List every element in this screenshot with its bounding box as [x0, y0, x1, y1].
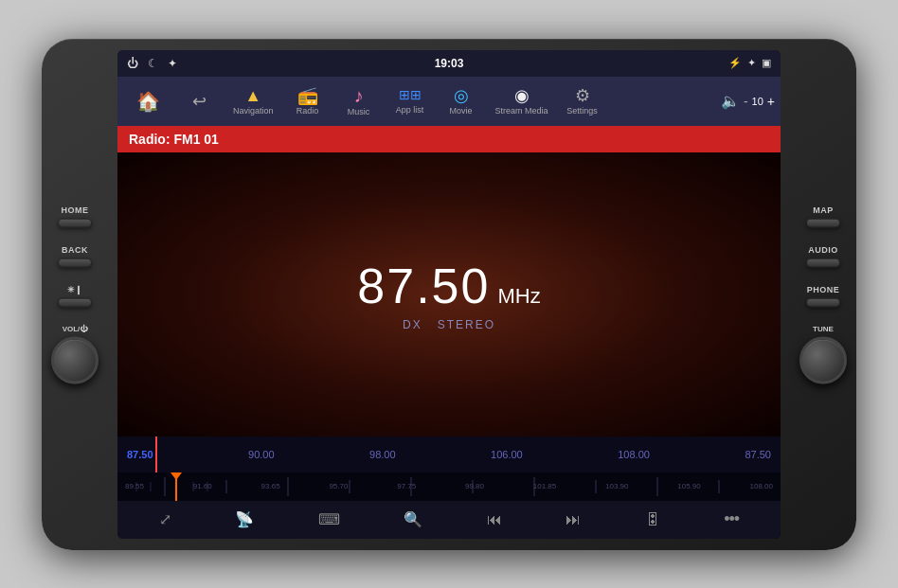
- wave-tick-9: 108.00: [749, 482, 772, 490]
- wifi-scan-btn[interactable]: 📡: [227, 507, 261, 532]
- tune-knob[interactable]: [799, 336, 847, 383]
- nav-radio[interactable]: 📻 Radio: [283, 83, 332, 119]
- moon-icon: ☾: [148, 57, 158, 70]
- freq-marker-2: 98.00: [369, 449, 396, 460]
- frequency-sub-info: DX STEREO: [403, 318, 495, 331]
- navigation-label: Navigation: [233, 106, 274, 116]
- dx-label: DX: [403, 318, 422, 331]
- status-time: 19:03: [435, 57, 464, 70]
- wave-tick-7: 103.90: [605, 482, 628, 490]
- bottom-toolbar: ⤢ 📡 ⌨ 🔍 ⏮ ⏭ 🎛 •••: [117, 501, 781, 539]
- settings-icon: ⚙: [575, 87, 590, 104]
- status-bar-right: ⚡ ✦ ▣: [728, 57, 771, 69]
- left-side-buttons: HOME BACK ✳❙ VOL/⏻: [51, 205, 99, 383]
- next-btn[interactable]: ⏭: [558, 508, 588, 532]
- wave-tick-1: 91.60: [193, 482, 212, 490]
- search-btn[interactable]: 🔍: [396, 507, 430, 532]
- nav-applist[interactable]: ⊞⊞ App list: [386, 83, 435, 118]
- nav-home[interactable]: 🏠: [123, 86, 172, 116]
- window-icon: ▣: [762, 57, 771, 69]
- audio-button-label: AUDIO: [808, 244, 838, 254]
- car-unit: HOME BACK ✳❙ VOL/⏻ ⏻ ☾ ✦ 19:03 ⚡: [42, 39, 856, 550]
- status-bar-left: ⏻ ☾ ✦: [127, 57, 177, 70]
- phone-button[interactable]: [806, 297, 840, 307]
- waveform-scale: 89.55 91.60 93.65 95.70 97.75 99.80 101.…: [117, 472, 781, 501]
- applist-icon: ⊞⊞: [399, 87, 422, 103]
- wave-tick-0: 89.55: [125, 482, 144, 490]
- freq-marker-3: 106.00: [491, 449, 523, 460]
- nav-stream[interactable]: ◉ Stream Media: [488, 83, 556, 119]
- wave-tick-4: 97.75: [397, 482, 416, 490]
- nav-back[interactable]: ↩: [174, 87, 224, 116]
- map-button-group: MAP: [806, 205, 840, 227]
- equalizer-btn[interactable]: 🎛: [638, 508, 668, 532]
- right-side-buttons: MAP AUDIO PHONE TUNE: [799, 205, 847, 383]
- frequency-display: 87.50 MHz: [357, 258, 540, 314]
- back-button-label: BACK: [62, 244, 88, 254]
- scan-btn[interactable]: ⤢: [152, 507, 179, 532]
- navigation-icon: ▲: [244, 87, 261, 104]
- screen: ⏻ ☾ ✦ 19:03 ⚡ ✦ ▣ 🏠 ↩ ▲ Navigation: [117, 50, 781, 539]
- music-label: Music: [348, 107, 370, 116]
- brightness-status-icon: ✦: [168, 57, 177, 70]
- wave-tick-3: 95.70: [329, 482, 348, 490]
- more-btn[interactable]: •••: [716, 506, 746, 533]
- nav-movie[interactable]: ◎ Movie: [437, 83, 486, 119]
- settings-label: Settings: [566, 106, 598, 116]
- keyboard-btn[interactable]: ⌨: [311, 507, 348, 532]
- radio-header: Radio: FM1 01: [117, 126, 781, 152]
- frequency-scale: 87.50 90.00 98.00 106.00 108.00 87.50: [117, 437, 781, 472]
- volume-knob[interactable]: [51, 336, 99, 383]
- vol-plus-btn[interactable]: +: [767, 94, 775, 109]
- freq-marker-5: 87.50: [745, 449, 771, 460]
- prev-btn[interactable]: ⏮: [479, 508, 510, 532]
- vol-number: 10: [752, 96, 763, 107]
- bluetooth-icon: ✦: [747, 57, 756, 69]
- home-button-group: HOME: [58, 205, 92, 227]
- freq-marker-4: 108.00: [618, 449, 650, 460]
- frequency-number: 87.50: [357, 258, 490, 314]
- map-button-label: MAP: [813, 205, 834, 214]
- phone-button-label: PHONE: [807, 284, 840, 294]
- tune-knob-group: TUNE: [799, 324, 847, 383]
- power-icon: ⏻: [127, 57, 138, 70]
- stream-label: Stream Media: [495, 106, 548, 116]
- nav-settings[interactable]: ⚙ Settings: [558, 83, 607, 119]
- status-bar: ⏻ ☾ ✦ 19:03 ⚡ ✦ ▣: [117, 50, 781, 77]
- nav-navigation[interactable]: ▲ Navigation: [225, 83, 281, 119]
- back-button[interactable]: [58, 258, 92, 267]
- movie-label: Movie: [450, 106, 473, 116]
- audio-button[interactable]: [806, 258, 840, 267]
- back-button-group: BACK: [58, 244, 92, 267]
- movie-icon: ◎: [454, 87, 469, 104]
- radio-header-text: Radio: FM1 01: [129, 132, 219, 147]
- wave-tick-5: 99.80: [465, 482, 484, 490]
- audio-button-group: AUDIO: [806, 244, 840, 267]
- freq-marker-0: 87.50: [127, 449, 153, 460]
- map-button[interactable]: [806, 218, 840, 227]
- usb-icon: ⚡: [728, 57, 742, 69]
- back-nav-icon: ↩: [192, 91, 207, 112]
- tune-label: TUNE: [813, 324, 834, 332]
- nav-volume-control: 🔈 - 10 +: [721, 92, 775, 110]
- home-button[interactable]: [58, 218, 92, 227]
- brightness-button[interactable]: [58, 297, 92, 307]
- radio-main-content: 87.50 MHz DX STEREO: [117, 152, 781, 437]
- stereo-label: STEREO: [438, 318, 495, 331]
- brightness-icon: ✳❙: [67, 284, 83, 294]
- volume-knob-group: VOL/⏻: [51, 324, 99, 383]
- stream-icon: ◉: [514, 87, 530, 104]
- phone-button-group: PHONE: [806, 284, 840, 307]
- freq-marker-1: 90.00: [248, 449, 275, 460]
- waveform-bar: 89.55 91.60 93.65 95.70 97.75 99.80 101.…: [117, 472, 781, 501]
- freq-markers: 87.50 90.00 98.00 106.00 108.00 87.50: [127, 449, 771, 460]
- applist-label: App list: [396, 105, 424, 115]
- speaker-icon: 🔈: [721, 92, 740, 110]
- nav-music[interactable]: ♪ Music: [334, 82, 384, 120]
- nav-bar: 🏠 ↩ ▲ Navigation 📻 Radio ♪ Music ⊞⊞ App …: [117, 77, 781, 126]
- vol-minus-btn[interactable]: -: [744, 94, 748, 109]
- vol-label: VOL/⏻: [63, 324, 88, 332]
- home-button-label: HOME: [62, 205, 89, 214]
- radio-icon: 📻: [297, 87, 318, 104]
- brightness-button-group: ✳❙: [58, 284, 92, 307]
